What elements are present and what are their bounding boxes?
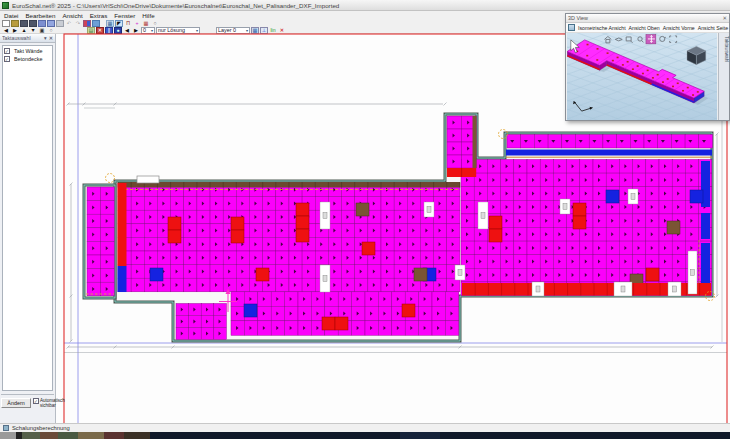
windows-taskbar[interactable] xyxy=(0,432,730,439)
pause-icon[interactable]: ∥ xyxy=(105,27,113,34)
view-button-ansicht-vorne[interactable]: Ansicht Vorne xyxy=(663,25,695,31)
auto-visible-option[interactable]: ✓ Automatisch sichtbar xyxy=(33,398,53,408)
grid-icon[interactable]: ▦ xyxy=(251,27,259,34)
takt-panel: Taktauswahl ▾ ✕ ✓Takt Wände✓Betondecke Ä… xyxy=(0,34,56,423)
save-all-icon[interactable] xyxy=(29,20,37,27)
menu-extras[interactable]: Extras xyxy=(90,12,108,19)
viewer-3d-side-tab[interactable]: Taktauswahl xyxy=(718,33,729,120)
pan-left-icon[interactable]: ◀ xyxy=(2,27,10,34)
solution-dropdown[interactable]: nur Lösung▾ xyxy=(156,27,200,34)
viewer-3d-toolbar: Isometrische AnsichtAnsicht ObenAnsicht … xyxy=(566,23,729,33)
auto-visible-checkbox[interactable]: ✓ xyxy=(33,398,39,404)
taskbar-segment xyxy=(22,432,40,439)
viewer-3d-close-icon[interactable]: ✕ xyxy=(722,15,727,21)
takt-item-takt-wände[interactable]: ✓Takt Wände xyxy=(4,47,51,55)
copy-icon[interactable] xyxy=(47,20,55,27)
pi-tool-icon[interactable]: Π xyxy=(124,20,132,27)
takt-list[interactable]: ✓Takt Wände✓Betondecke xyxy=(2,45,53,391)
save-icon[interactable] xyxy=(20,20,28,27)
step-back-icon[interactable]: ◀ xyxy=(123,27,131,34)
redo-icon[interactable]: ↷ xyxy=(74,20,82,27)
viewer-3d-titlebar[interactable]: 3D View ✕ xyxy=(566,14,729,23)
viewport-icon[interactable]: ▦ xyxy=(106,20,114,27)
viewer-3d-title: 3D View xyxy=(568,15,588,21)
change-button[interactable]: Ändern xyxy=(1,398,31,408)
panel-title: Taktauswahl xyxy=(2,35,42,41)
close-icon[interactable]: ✕ xyxy=(49,35,53,41)
item-label: Takt Wände xyxy=(14,48,42,54)
taskbar-segment xyxy=(0,432,16,439)
view-button-ansicht-oben[interactable]: Ansicht Oben xyxy=(629,25,660,31)
pan-down-icon[interactable]: ▼ xyxy=(29,27,37,34)
menu-bearbeiten[interactable]: Bearbeiten xyxy=(25,12,55,19)
pan-right-icon[interactable]: ▶ xyxy=(11,27,19,34)
run-icon[interactable]: ● xyxy=(114,27,122,34)
window-title: EuroSchal.net® 2025 - C:\Users\VrlSchi\O… xyxy=(12,2,339,9)
open-folder-icon[interactable] xyxy=(11,20,19,27)
step-forward-icon[interactable]: ▶ xyxy=(132,27,140,34)
takt-panel-header: Taktauswahl ▾ ✕ xyxy=(0,34,55,43)
menu-ansicht[interactable]: Ansicht xyxy=(62,12,82,19)
title-bar: EuroSchal.net® 2025 - C:\Users\VrlSchi\O… xyxy=(0,0,730,11)
delete-takt-icon[interactable]: ✕ xyxy=(96,27,104,34)
app-icon xyxy=(2,2,9,9)
pin-icon[interactable]: ▾ xyxy=(44,35,47,41)
print-icon[interactable] xyxy=(56,20,64,27)
image-icon[interactable] xyxy=(92,20,100,27)
view-button-ansicht-seite[interactable]: Ansicht Seite xyxy=(698,25,728,31)
menu-datei[interactable]: Datei xyxy=(4,12,18,19)
pan-up-icon[interactable]: ▲ xyxy=(20,27,28,34)
taskbar-segment xyxy=(400,432,440,439)
viewport-3d[interactable] xyxy=(566,33,718,120)
viewer-3d-window: 3D View ✕ Isometrische AnsichtAnsicht Ob… xyxy=(565,13,730,121)
menu-hilfe[interactable]: Hilfe xyxy=(142,12,154,19)
takt-list-icon[interactable]: ▤ xyxy=(87,27,95,34)
layers-icon[interactable]: ▦ xyxy=(142,20,150,27)
taskbar-segment xyxy=(58,432,78,439)
cut-icon[interactable] xyxy=(38,20,46,27)
taskbar-segment xyxy=(78,432,104,439)
item-checkbox[interactable]: ✓ xyxy=(4,56,10,62)
taskbar-segment xyxy=(40,432,58,439)
ortho-icon[interactable]: ⊥ xyxy=(260,27,268,34)
taskbar-segment xyxy=(150,432,730,439)
status-icon xyxy=(3,425,9,431)
zoom-all-icon[interactable]: ○ xyxy=(47,27,55,34)
zoom-window-icon[interactable]: ▣ xyxy=(38,27,46,34)
linear-icon[interactable]: lin xyxy=(269,27,277,34)
color-fill-icon[interactable] xyxy=(83,20,91,27)
takt-dropdown[interactable]: 0▾ xyxy=(141,27,155,34)
takt-item-betondecke[interactable]: ✓Betondecke xyxy=(4,55,51,63)
pan-3d-icon[interactable] xyxy=(646,34,656,43)
new-file-icon[interactable] xyxy=(2,20,10,27)
snap-cross-icon[interactable]: + xyxy=(133,20,141,27)
view-button-isometrische-ansicht[interactable]: Isometrische Ansicht xyxy=(578,25,626,31)
zoom-tool-icon[interactable]: ○ xyxy=(151,20,159,27)
item-checkbox[interactable]: ✓ xyxy=(4,48,10,54)
status-bar: Schalungsberechnung xyxy=(0,423,730,432)
taskbar-segment xyxy=(124,432,150,439)
taskbar-segment xyxy=(104,432,124,439)
item-label: Betondecke xyxy=(14,56,42,62)
menu-fenster[interactable]: Fenster xyxy=(114,12,135,19)
takt-panel-footer: Ändern ✓ Automatisch sichtbar xyxy=(1,394,54,422)
layer-dropdown[interactable]: Layer 0▾ xyxy=(216,27,250,34)
iso-cube-icon[interactable] xyxy=(568,24,575,31)
undo-icon[interactable]: ↶ xyxy=(65,20,73,27)
status-text: Schalungsberechnung xyxy=(12,425,70,431)
auto-visible-label: Automatisch sichtbar xyxy=(40,398,65,408)
close-solution-icon[interactable]: ✕ xyxy=(278,27,286,34)
select-pointer-icon[interactable]: ◤ xyxy=(115,20,123,27)
